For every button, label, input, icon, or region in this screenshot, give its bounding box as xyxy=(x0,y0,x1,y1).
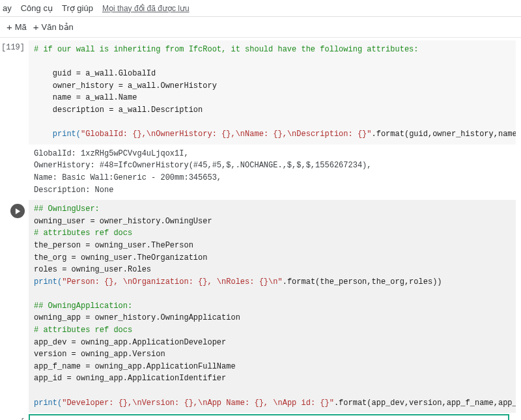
cell-output: Person: #39=IfcPerson($,'Eikerol','Hans'… xyxy=(29,414,509,420)
collapse-output-icon[interactable]: [ xyxy=(20,417,25,420)
cell-gutter: [ xyxy=(0,413,29,420)
code-line: .format(guid,owner_history,name,descript… xyxy=(372,130,516,139)
code-string: "Person: {}, \nOrganization: {}, \nRoles… xyxy=(62,277,282,287)
saved-status: Mọi thay đổi đã được lưu xyxy=(102,4,190,13)
code-editor[interactable]: # if our wall is inheriting from IfcRoot… xyxy=(29,40,516,145)
code-comment: # attributes ref docs xyxy=(34,229,132,238)
code-cell: ## OwningUser: owning_user = owner_histo… xyxy=(0,200,516,413)
output-line: OwnerHistory: #48=IfcOwnerHistory(#45,#5… xyxy=(34,161,371,170)
code-cell: [119] # if our wall is inheriting from I… xyxy=(0,40,516,145)
code-line: the_person = owning_user.ThePerson xyxy=(34,241,193,250)
code-line: owning_app = owner_history.OwningApplica… xyxy=(34,313,240,322)
menu-item-partial[interactable]: ay xyxy=(3,3,12,13)
output-line: GlobalId: 1xzRHg5wPCVvg4uLjqox1I, xyxy=(34,149,189,158)
code-line: description = a_wall.Description xyxy=(53,105,203,115)
toolbar: + Mã + Văn bản xyxy=(0,17,521,38)
output-line: Description: None xyxy=(34,186,113,195)
output-cell: GlobalId: 1xzRHg5wPCVvg4uLjqox1I, OwnerH… xyxy=(0,145,516,200)
add-code-button[interactable]: + Mã xyxy=(7,22,27,32)
menubar: ay Công cụ Trợ giúp Mọi thay đổi đã được… xyxy=(0,0,521,17)
code-line: print( xyxy=(53,130,81,139)
menu-item-tools[interactable]: Công cụ xyxy=(21,3,53,13)
code-comment: # attributes ref docs xyxy=(34,326,132,335)
plus-icon: + xyxy=(33,22,39,32)
run-cell-button[interactable] xyxy=(10,204,25,218)
code-line: name = a_wall.Name xyxy=(53,93,137,102)
output-cell: [ Person: #39=IfcPerson($,'Eikerol','Han… xyxy=(0,413,516,420)
code-line: .format(the_person,the_org,roles)) xyxy=(283,277,442,287)
add-text-label: Văn bản xyxy=(42,22,74,32)
code-line: owning_user = owner_history.OwningUser xyxy=(34,217,212,226)
code-line: app_f_name = owning_app.ApplicationFullN… xyxy=(34,362,236,371)
cell-gutter xyxy=(0,145,29,200)
code-comment: ## OwningUser: xyxy=(34,204,100,214)
code-line: owner_history = a_wall.OwnerHistory xyxy=(53,81,217,91)
notebook: [119] # if our wall is inheriting from I… xyxy=(0,38,521,420)
exec-count: [119] xyxy=(1,43,25,52)
code-line: guid = a_wall.GlobalId xyxy=(53,69,156,78)
code-line: version = owning_app.Version xyxy=(34,350,165,359)
add-text-button[interactable]: + Văn bản xyxy=(33,22,74,32)
code-string: "Developer: {},\nVersion: {},\nApp Name:… xyxy=(62,399,334,408)
code-string: "GlobalId: {},\nOwnerHistory: {},\nName:… xyxy=(81,130,371,139)
code-comment: # if our wall is inheriting from IfcRoot… xyxy=(34,45,419,54)
code-line: print( xyxy=(34,399,62,408)
code-line: print( xyxy=(34,277,62,287)
cell-gutter xyxy=(0,200,29,413)
code-editor[interactable]: ## OwningUser: owning_user = owner_histo… xyxy=(29,200,516,413)
code-line: app_dev = owning_app.ApplicationDevelope… xyxy=(34,338,226,347)
play-icon xyxy=(15,208,21,214)
cell-gutter: [119] xyxy=(0,40,29,145)
plus-icon: + xyxy=(7,22,12,32)
menu-item-help[interactable]: Trợ giúp xyxy=(62,3,93,13)
code-comment: ## OwningApplication: xyxy=(34,301,132,311)
code-line: the_org = owning_user.TheOrganization xyxy=(34,253,207,262)
code-line: .format(app_dev,version,app_f_name,app_i… xyxy=(334,399,516,408)
code-line: roles = owning_user.Roles xyxy=(34,265,151,274)
output-line: Name: Basic Wall:Generic - 200mm:345653, xyxy=(34,173,221,182)
cell-output: GlobalId: 1xzRHg5wPCVvg4uLjqox1I, OwnerH… xyxy=(29,145,516,200)
code-line: app_id = owning_app.ApplicationIdentifie… xyxy=(34,374,226,383)
add-code-label: Mã xyxy=(15,22,27,32)
